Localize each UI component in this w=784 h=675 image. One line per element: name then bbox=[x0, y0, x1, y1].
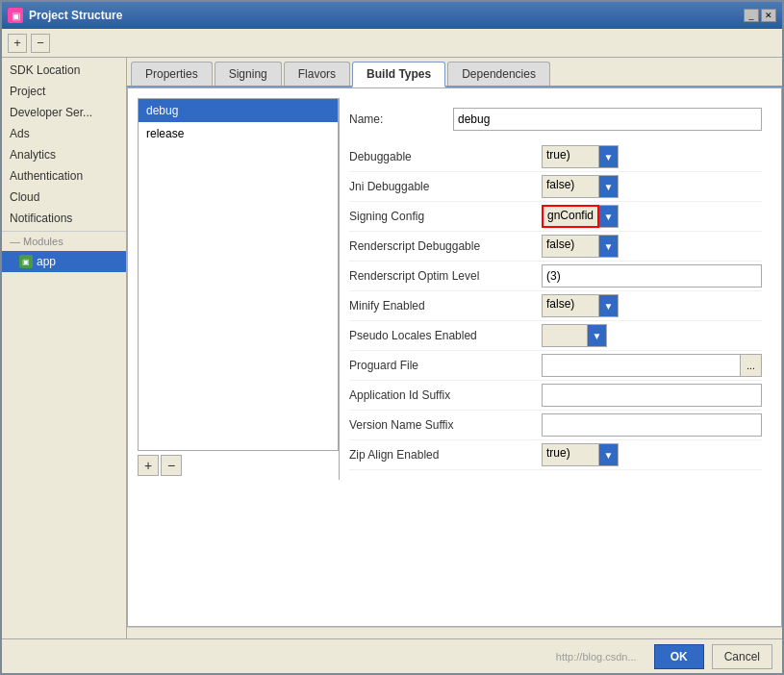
name-row: Name: bbox=[349, 108, 762, 131]
jni-debuggable-value: false) ▼ bbox=[542, 175, 762, 198]
version-name-suffix-label: Version Name Suffix bbox=[349, 418, 542, 432]
proguard-file-label: Proguard File bbox=[349, 359, 542, 372]
signing-config-input[interactable]: gnConfid bbox=[542, 205, 599, 228]
name-input[interactable] bbox=[453, 108, 762, 131]
sidebar-item-ads[interactable]: Ads bbox=[2, 123, 126, 144]
title-bar: ▣ Project Structure _ ✕ bbox=[2, 2, 782, 29]
minify-enabled-dropdown: false) ▼ bbox=[542, 294, 619, 317]
remove-button[interactable]: − bbox=[31, 34, 50, 53]
zip-align-input[interactable]: true) bbox=[542, 443, 599, 466]
properties-panel: Name: Debuggable true) ▼ bbox=[340, 98, 771, 480]
build-list-panel: debug release + − Name: bbox=[138, 98, 771, 480]
sidebar-item-authentication[interactable]: Authentication bbox=[2, 165, 126, 187]
build-item-release[interactable]: release bbox=[139, 122, 338, 145]
renderscript-optim-input[interactable] bbox=[542, 264, 762, 288]
app-id-suffix-row: Application Id Suffix bbox=[349, 381, 762, 411]
build-item-debug[interactable]: debug bbox=[139, 99, 338, 122]
sidebar-item-project[interactable]: Project bbox=[2, 81, 126, 102]
sidebar: SDK Location Project Developer Ser... Ad… bbox=[2, 58, 127, 638]
name-label: Name: bbox=[349, 112, 445, 126]
renderscript-optim-label: Renderscript Optim Level bbox=[349, 269, 542, 283]
sidebar-item-notifications[interactable]: Notifications bbox=[2, 208, 126, 229]
renderscript-debuggable-value: false) ▼ bbox=[542, 235, 762, 258]
debuggable-input[interactable]: true) bbox=[542, 145, 599, 168]
jni-debuggable-input[interactable]: false) bbox=[542, 175, 599, 198]
renderscript-debuggable-dropdown: false) ▼ bbox=[542, 235, 619, 258]
sidebar-item-developer-services[interactable]: Developer Ser... bbox=[2, 102, 126, 123]
jni-debuggable-row: Jni Debuggable false) ▼ bbox=[349, 172, 762, 202]
pseudo-locales-label: Pseudo Locales Enabled bbox=[349, 329, 542, 342]
sidebar-item-sdk-location[interactable]: SDK Location bbox=[2, 60, 126, 81]
pseudo-locales-dropdown: ▼ bbox=[542, 324, 607, 347]
proguard-file-value: ... bbox=[542, 354, 762, 377]
toolbar: + − bbox=[2, 29, 782, 58]
renderscript-optim-value bbox=[542, 264, 762, 288]
ok-button[interactable]: OK bbox=[654, 644, 704, 669]
bottom-bar: http://blog.csdn... OK Cancel bbox=[2, 638, 782, 673]
remove-build-type-button[interactable]: − bbox=[161, 455, 182, 476]
debuggable-label: Debuggable bbox=[349, 150, 542, 163]
tab-flavors[interactable]: Flavors bbox=[284, 62, 350, 86]
app-id-suffix-input[interactable] bbox=[542, 384, 762, 407]
add-build-type-button[interactable]: + bbox=[138, 455, 159, 476]
zip-align-dropdown-btn[interactable]: ▼ bbox=[599, 443, 619, 466]
watermark: http://blog.csdn... bbox=[12, 651, 637, 662]
close-button[interactable]: ✕ bbox=[761, 9, 776, 22]
signing-config-dropdown: gnConfid ▼ bbox=[542, 205, 619, 228]
signing-config-value: gnConfid ▼ bbox=[542, 205, 762, 228]
module-label: app bbox=[37, 255, 56, 268]
signing-config-label: Signing Config bbox=[349, 210, 542, 223]
pseudo-locales-input[interactable] bbox=[542, 324, 588, 347]
sidebar-item-cloud[interactable]: Cloud bbox=[2, 187, 126, 208]
app-id-suffix-label: Application Id Suffix bbox=[349, 388, 542, 402]
window-title: Project Structure bbox=[29, 9, 738, 22]
tab-dependencies[interactable]: Dependencies bbox=[447, 62, 550, 86]
debuggable-dropdown-btn[interactable]: ▼ bbox=[599, 145, 619, 168]
renderscript-debuggable-row: Renderscript Debuggable false) ▼ bbox=[349, 232, 762, 262]
jni-debuggable-label: Jni Debuggable bbox=[349, 180, 542, 193]
proguard-file-row: Proguard File ... bbox=[349, 351, 762, 381]
zip-align-row: Zip Align Enabled true) ▼ bbox=[349, 440, 762, 470]
minify-enabled-row: Minify Enabled false) ▼ bbox=[349, 291, 762, 321]
signing-config-dropdown-btn[interactable]: ▼ bbox=[599, 205, 619, 228]
build-list: debug release bbox=[138, 98, 339, 451]
version-name-suffix-input[interactable] bbox=[542, 413, 762, 437]
cancel-button[interactable]: Cancel bbox=[712, 644, 772, 669]
jni-debuggable-dropdown-btn[interactable]: ▼ bbox=[599, 175, 619, 198]
signing-config-row: Signing Config gnConfid ▼ bbox=[349, 202, 762, 232]
tab-properties[interactable]: Properties bbox=[131, 62, 213, 86]
renderscript-debuggable-dropdown-btn[interactable]: ▼ bbox=[599, 235, 619, 258]
horizontal-scrollbar[interactable] bbox=[127, 627, 782, 638]
version-name-suffix-row: Version Name Suffix bbox=[349, 411, 762, 440]
main-panel: Properties Signing Flavors Build Types D… bbox=[127, 58, 782, 638]
content-area: SDK Location Project Developer Ser... Ad… bbox=[2, 58, 782, 638]
zip-align-value: true) ▼ bbox=[542, 443, 762, 466]
pseudo-locales-row: Pseudo Locales Enabled ▼ bbox=[349, 321, 762, 351]
build-list-actions: + − bbox=[138, 451, 339, 480]
renderscript-debuggable-input[interactable]: false) bbox=[542, 235, 599, 258]
module-icon: ▣ bbox=[19, 255, 33, 268]
renderscript-optim-row: Renderscript Optim Level bbox=[349, 262, 762, 291]
sidebar-item-app[interactable]: ▣ app bbox=[2, 251, 126, 272]
debuggable-dropdown: true) ▼ bbox=[542, 145, 619, 168]
project-structure-window: ▣ Project Structure _ ✕ + − SDK Location… bbox=[0, 0, 784, 675]
jni-debuggable-dropdown: false) ▼ bbox=[542, 175, 619, 198]
debuggable-row: Debuggable true) ▼ bbox=[349, 142, 762, 172]
renderscript-debuggable-label: Renderscript Debuggable bbox=[349, 239, 542, 253]
modules-section-label: — Modules bbox=[2, 231, 126, 251]
window-icon: ▣ bbox=[8, 8, 23, 23]
zip-align-dropdown: true) ▼ bbox=[542, 443, 619, 466]
minify-enabled-input[interactable]: false) bbox=[542, 294, 599, 317]
proguard-file-browse-button[interactable]: ... bbox=[741, 354, 762, 377]
pseudo-locales-dropdown-btn[interactable]: ▼ bbox=[588, 324, 607, 347]
proguard-file-input[interactable] bbox=[542, 354, 741, 377]
minimize-button[interactable]: _ bbox=[744, 9, 759, 22]
sidebar-item-analytics[interactable]: Analytics bbox=[2, 144, 126, 165]
minify-enabled-dropdown-btn[interactable]: ▼ bbox=[599, 294, 619, 317]
minify-enabled-value: false) ▼ bbox=[542, 294, 762, 317]
zip-align-label: Zip Align Enabled bbox=[349, 448, 542, 462]
tab-content: debug release + − Name: bbox=[127, 88, 782, 627]
tab-signing[interactable]: Signing bbox=[215, 62, 282, 86]
tab-build-types[interactable]: Build Types bbox=[352, 62, 445, 88]
add-button[interactable]: + bbox=[8, 34, 27, 53]
